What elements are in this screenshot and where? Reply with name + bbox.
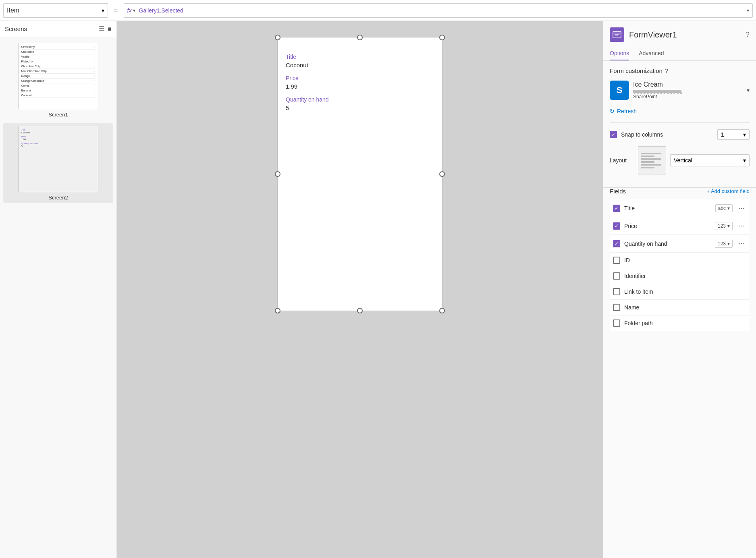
thumb-list-item: Pistachio› [21,59,96,64]
field-quantity-checkbox[interactable]: ✓ [613,240,620,247]
field-identifier-checkbox[interactable] [613,272,620,280]
form-price-value: 1.99 [286,83,434,90]
formula-bar[interactable]: fx Gallery1.Selected [124,3,753,18]
handle-bottom-right[interactable] [439,308,445,313]
layout-line4 [641,161,654,163]
datasource-type: SharePoint [633,94,743,100]
snap-label: Snap to columns [621,131,713,138]
list-view-icon[interactable]: ☰ [99,25,104,33]
layout-dropdown[interactable]: Vertical [670,154,750,166]
handle-top-left[interactable] [275,35,280,40]
field-title-type-text: abc [718,205,726,211]
field-row-identifier: Identifier [610,268,750,284]
thumb-list-item: Orange Chocolate› [21,79,96,83]
columns-dropdown[interactable]: 1 [717,129,750,140]
form-quantity-label: Quantity on hand [286,96,434,103]
field-name-checkbox[interactable] [613,304,620,311]
datasource-name: Ice Cream [633,81,743,88]
handle-middle-right[interactable] [439,171,445,177]
thumb2-price-value: 1.99 [21,138,96,141]
thumb-list-item: Mint Chocolate Chip› [21,69,96,74]
field-identifier-name: Identifier [624,273,746,279]
refresh-icon: ↻ [610,108,615,114]
layout-line6 [641,167,654,168]
field-price-type-chevron [727,223,730,229]
layout-label: Layout [610,157,634,164]
columns-chevron [743,131,746,138]
screen1-thumbnail: Strawberry› Chocolate› Vanilla› Pistachi… [19,43,98,109]
field-title-more[interactable]: ⋯ [737,203,746,213]
snap-to-columns-row: ✓ Snap to columns 1 [610,129,750,140]
field-price-more[interactable]: ⋯ [737,221,746,230]
field-title-checkbox[interactable]: ✓ [613,205,620,212]
formula-chevron [747,8,749,13]
field-row-link: Link to item [610,284,750,300]
fields-section: Fields + Add custom field ✓ Title abc ⋯ … [603,188,756,338]
handle-bottom-left[interactable] [275,308,280,313]
panel-title: FormViewer1 [629,30,677,39]
screen1-item[interactable]: Strawberry› Chocolate› Vanilla› Pistachi… [3,40,113,120]
item-dropdown-text: Item [7,7,19,14]
fx-label: fx [127,7,132,14]
screen1-label: Screen1 [48,112,68,118]
field-link-name: Link to item [624,288,746,295]
thumb-list-item: Mango› [21,74,96,79]
panel-title-row: FormViewer1 [610,27,677,42]
panel-options-section: Form customization ? S Ice Cream ●●●●●●●… [603,61,756,187]
snap-checkbox[interactable]: ✓ [610,131,617,138]
layout-line2 [641,156,654,157]
field-folder-checkbox[interactable] [613,319,620,327]
formviewer-icon [610,27,624,42]
handle-top-center[interactable] [357,35,363,40]
refresh-button[interactable]: ↻ Refresh [610,106,750,116]
datasource-chevron[interactable] [747,87,750,93]
thumb2-price-label: Price [21,135,96,138]
datasource-info: Ice Cream ●●●●●●●●●●●●●●● SharePoint [633,81,743,100]
main-layout: Screens ☰ ■ Strawberry› Chocolate› Vanil… [0,21,756,558]
field-quantity-more[interactable]: ⋯ [737,239,746,248]
form-viewer[interactable]: Title Coconut Price 1.99 Quantity on han… [277,37,442,311]
datasource-row: S Ice Cream ●●●●●●●●●●●●●●● SharePoint [610,81,750,100]
screen2-item[interactable]: Title Coconut Price 1.99 Quantity on han… [3,123,113,203]
handle-top-right[interactable] [439,35,445,40]
form-quantity-value: 5 [286,104,434,111]
field-quantity-type[interactable]: 123 [715,240,733,248]
form-title-label: Title [286,54,434,60]
layout-line5 [641,164,661,166]
handle-middle-left[interactable] [275,171,280,177]
panel-tabs: Options Advanced [603,47,756,61]
layout-chevron [743,157,746,164]
panel-help-icon[interactable]: ? [746,31,750,38]
thumb2-title-label: Title [21,129,96,131]
form-customization-title: Form customization ? [610,67,750,74]
fields-title: Fields [610,188,626,195]
form-title-value: Coconut [286,62,434,68]
tab-options[interactable]: Options [610,47,629,60]
field-row-quantity: ✓ Quantity on hand 123 ⋯ [610,235,750,253]
field-title-type[interactable]: abc [715,204,733,212]
add-field-button[interactable]: + Add custom field [706,188,750,194]
item-dropdown[interactable]: Item [3,3,108,18]
thumb-list-item: Strawberry› [21,45,96,50]
customization-help-icon[interactable]: ? [665,67,668,74]
field-price-type[interactable]: 123 [715,222,733,230]
handle-bottom-center[interactable] [357,308,363,313]
columns-value: 1 [721,131,724,138]
thumb-list-item: Chocolate› [21,50,96,54]
field-price-checkbox[interactable]: ✓ [613,222,620,230]
equals-sign: = [111,6,120,15]
field-price-type-text: 123 [718,223,726,229]
field-price-name: Price [624,223,711,229]
field-row-price: ✓ Price 123 ⋯ [610,217,750,235]
thumb2-title-value: Coconut [21,131,96,134]
screens-header: Screens ☰ ■ [0,21,116,37]
field-link-checkbox[interactable] [613,288,620,295]
tab-advanced[interactable]: Advanced [639,47,664,60]
screens-panel: Screens ☰ ■ Strawberry› Chocolate› Vanil… [0,21,117,558]
item-dropdown-chevron [102,7,104,14]
panel-header: FormViewer1 ? [603,21,756,42]
field-title-type-chevron [727,205,730,211]
grid-view-icon[interactable]: ■ [108,25,112,33]
screen2-thumb-content: Title Coconut Price 1.99 Quantity on han… [19,126,98,151]
field-id-checkbox[interactable] [613,257,620,264]
